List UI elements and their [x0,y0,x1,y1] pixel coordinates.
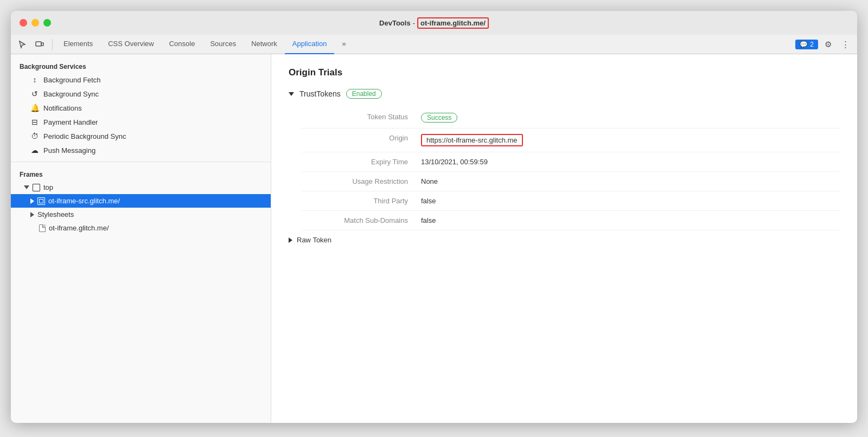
chat-icon: 💬 [800,41,808,48]
cursor-icon[interactable] [15,37,29,52]
background-sync-label: Background Sync [43,90,99,98]
trial-expand-icon [289,92,294,96]
raw-token-expand-icon [289,237,292,243]
ot-iframe-src-label: ot-iframe-src.glitch.me/ [48,197,120,205]
frames-ot-iframe-file-item[interactable]: ot-iframe.glitch.me/ [11,221,271,235]
periodic-sync-label: Periodic Background Sync [43,132,126,140]
sidebar-item-notifications[interactable]: 🔔 Notifications [11,101,271,115]
sidebar-item-background-fetch[interactable]: ↕ Background Fetch [11,73,271,87]
notifications-label: Notifications [43,104,82,112]
svg-rect-1 [41,43,43,46]
toolbar-divider [52,39,53,50]
chat-count: 2 [810,41,814,48]
minimize-button[interactable] [31,19,39,27]
svg-rect-0 [36,42,41,46]
enabled-badge: Enabled [346,89,382,99]
toolbar-icons [15,37,47,52]
settings-icon[interactable]: ⚙ [820,37,835,52]
chat-badge[interactable]: 💬 2 [795,40,818,49]
payment-handler-icon: ⊟ [30,118,39,126]
sidebar-item-push-messaging[interactable]: ☁ Push Messaging [11,143,271,157]
traffic-lights [20,19,51,27]
frames-title: Frames [11,166,271,181]
trust-tokens-section: TrustTokens Enabled Token Status Success… [289,89,840,244]
iframe-icon [37,197,45,205]
main-content: Background Services ↕ Background Fetch ↺… [11,54,857,423]
expand-iframe-icon [30,198,34,204]
push-messaging-label: Push Messaging [43,146,95,155]
periodic-sync-icon: ⏱ [30,132,39,140]
devtools-label: DevTools [379,19,411,27]
frames-ot-iframe-src-item[interactable]: ot-iframe-src.glitch.me/ [11,194,271,208]
stylesheets-label: Stylesheets [37,210,74,218]
frames-stylesheets-item[interactable]: Stylesheets [11,208,271,221]
more-tabs-button[interactable]: » [334,35,353,54]
sidebar-item-periodic-background-sync[interactable]: ⏱ Periodic Background Sync [11,129,271,143]
ot-iframe-file-label: ot-iframe.glitch.me/ [49,224,109,232]
usage-restriction-label: Usage Restriction [302,172,421,191]
tab-css-overview[interactable]: CSS Overview [100,35,162,54]
token-status-label: Token Status [302,107,421,128]
sidebar: Background Services ↕ Background Fetch ↺… [11,54,271,423]
sidebar-divider [11,162,271,162]
fullscreen-button[interactable] [43,19,51,27]
origin-label: Origin [302,128,421,152]
usage-restriction-value: None [421,172,840,191]
toolbar-right: 💬 2 ⚙ ⋮ [795,37,853,52]
sidebar-item-payment-handler[interactable]: ⊟ Payment Handler [11,115,271,129]
tab-application[interactable]: Application [285,35,335,54]
titlebar: DevTools - ot-iframe.glitch.me/ [11,11,857,35]
tab-network[interactable]: Network [244,35,285,54]
sidebar-item-background-sync[interactable]: ↺ Background Sync [11,87,271,101]
success-badge: Success [421,113,457,123]
match-sub-domains-label: Match Sub-Domains [302,211,421,230]
background-sync-icon: ↺ [30,89,39,98]
expiry-time-label: Expiry Time [302,152,421,172]
expiry-time-value: 13/10/2021, 00:59:59 [421,152,840,172]
tab-elements[interactable]: Elements [56,35,100,54]
raw-token-label: Raw Token [297,236,331,244]
trial-details: Token Status Success Origin https://ot-i… [302,107,840,230]
page-icon [33,184,40,191]
title-url: ot-iframe.glitch.me/ [417,17,489,29]
background-fetch-icon: ↕ [30,75,39,84]
file-icon [39,224,46,232]
window-title: DevTools - ot-iframe.glitch.me/ [379,17,489,29]
raw-token-header[interactable]: Raw Token [289,236,840,244]
toolbar-tabs: Elements CSS Overview Console Sources Ne… [56,35,794,54]
trust-tokens-name: TrustTokens [299,89,341,98]
third-party-value: false [421,191,840,211]
match-sub-domains-value: false [421,211,840,230]
third-party-label: Third Party [302,191,421,211]
payment-handler-label: Payment Handler [43,118,98,126]
tab-sources[interactable]: Sources [202,35,244,54]
background-fetch-label: Background Fetch [43,76,101,84]
close-button[interactable] [20,19,27,27]
push-messaging-icon: ☁ [30,146,39,155]
main-panel: Origin Trials TrustTokens Enabled Token … [271,54,857,423]
tab-console[interactable]: Console [162,35,203,54]
trial-header[interactable]: TrustTokens Enabled [289,89,840,99]
more-options-icon[interactable]: ⋮ [838,37,853,52]
expand-stylesheets-icon [30,212,34,217]
notifications-icon: 🔔 [30,104,39,112]
origin-value-cell: https://ot-iframe-src.glitch.me [421,128,840,152]
frames-top-item[interactable]: top [11,181,271,194]
origin-highlight: https://ot-iframe-src.glitch.me [421,134,523,146]
devtools-toolbar: Elements CSS Overview Console Sources Ne… [11,35,857,54]
expand-top-icon [24,185,29,189]
device-toolbar-icon[interactable] [33,37,47,52]
token-status-value: Success [421,107,840,128]
top-label: top [43,183,53,191]
panel-title: Origin Trials [289,67,840,78]
background-services-title: Background Services [11,59,271,73]
